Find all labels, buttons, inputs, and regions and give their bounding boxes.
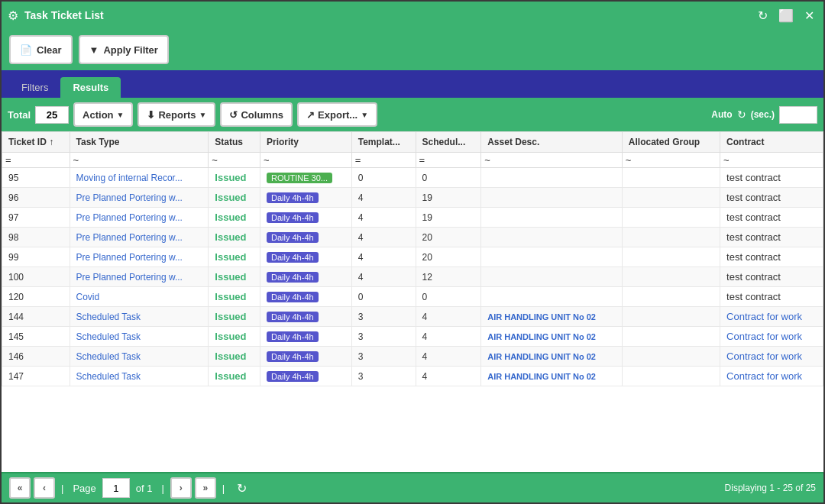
cell-allocated-group	[622, 287, 720, 307]
contract-value: Contract for work	[726, 331, 802, 342]
first-page-button[interactable]: «	[9, 477, 31, 499]
cell-scheduled: 4	[416, 327, 481, 347]
page-sep-right: |	[161, 483, 163, 494]
auto-label: Auto	[711, 109, 732, 120]
priority-badge: Daily 4h-4h	[267, 272, 319, 283]
contract-value: test contract	[726, 212, 781, 223]
col-template: Templat...	[351, 132, 416, 153]
export-label: Export...	[318, 109, 358, 121]
resize-window-button[interactable]: ⬜	[775, 7, 797, 24]
cell-priority: Daily 4h-4h	[260, 287, 352, 307]
cell-contract: test contract	[720, 267, 823, 287]
reports-button[interactable]: ⬇ Reports ▼	[138, 102, 215, 127]
cell-ticket-id: 120	[2, 287, 70, 307]
next-page-button[interactable]: ›	[170, 477, 192, 499]
cell-asset-desc: AIR HANDLING UNIT No 02	[481, 307, 623, 327]
cell-priority: Daily 4h-4h	[260, 208, 352, 228]
priority-badge: ROUTINE 30...	[267, 173, 332, 183]
cell-ticket-id: 98	[2, 228, 70, 247]
cell-priority: Daily 4h-4h	[260, 188, 352, 208]
auto-input[interactable]	[779, 106, 817, 124]
cell-allocated-group	[622, 208, 720, 228]
col-ticket-id[interactable]: Ticket ID ↑	[2, 132, 70, 153]
cell-priority: Daily 4h-4h	[260, 327, 352, 347]
tab-results[interactable]: Results	[60, 77, 121, 98]
cell-asset-desc: AIR HANDLING UNIT No 02	[481, 367, 623, 386]
cell-allocated-group	[622, 367, 720, 386]
filter-icon-ticket: =	[5, 154, 11, 166]
auto-refresh-icon: ↻	[737, 108, 746, 121]
cell-template: 0	[351, 287, 416, 307]
tab-filters[interactable]: Filters	[9, 77, 60, 98]
table-row[interactable]: 146 Scheduled Task Issued Daily 4h-4h 3 …	[2, 347, 823, 367]
action-button[interactable]: Action ▼	[73, 102, 133, 127]
download-icon: ⬇	[147, 109, 155, 121]
cell-template: 4	[351, 208, 416, 228]
table-row[interactable]: 100 Pre Planned Portering w... Issued Da…	[2, 267, 823, 287]
cell-task-type: Scheduled Task	[70, 327, 209, 347]
table-scroll[interactable]: Ticket ID ↑ Task Type Status Priority Te…	[2, 131, 823, 472]
toolbar: 📄 Clear ▼ Apply Filter	[2, 29, 823, 70]
clear-button[interactable]: 📄 Clear	[9, 35, 73, 64]
cell-template: 3	[351, 327, 416, 347]
table-row[interactable]: 98 Pre Planned Portering w... Issued Dai…	[2, 228, 823, 247]
cell-priority: Daily 4h-4h	[260, 267, 352, 287]
table-row[interactable]: 96 Pre Planned Portering w... Issued Dai…	[2, 188, 823, 208]
table-row[interactable]: 144 Scheduled Task Issued Daily 4h-4h 3 …	[2, 307, 823, 327]
columns-button[interactable]: ↺ Columns	[220, 102, 293, 127]
cell-task-type: Pre Planned Portering w...	[70, 228, 209, 247]
cell-task-type: Scheduled Task	[70, 367, 209, 386]
priority-badge: Daily 4h-4h	[267, 192, 319, 203]
cell-priority: Daily 4h-4h	[260, 367, 352, 386]
cell-contract: Contract for work	[720, 347, 823, 367]
cell-template: 4	[351, 267, 416, 287]
contract-value: test contract	[726, 192, 781, 203]
priority-badge: Daily 4h-4h	[267, 371, 319, 382]
prev-page-button[interactable]: ‹	[34, 477, 55, 499]
close-window-button[interactable]: ✕	[801, 7, 817, 24]
export-button[interactable]: ↗ Export... ▼	[297, 102, 377, 127]
clear-label: Clear	[37, 44, 62, 56]
table-row[interactable]: 99 Pre Planned Portering w... Issued Dai…	[2, 247, 823, 267]
cell-priority: Daily 4h-4h	[260, 347, 352, 367]
table-row[interactable]: 120 Covid Issued Daily 4h-4h 0 0 test co…	[2, 287, 823, 307]
asset-value: AIR HANDLING UNIT No 02	[487, 352, 596, 361]
cell-ticket-id: 145	[2, 327, 70, 347]
col-status: Status	[209, 132, 260, 153]
cell-status: Issued	[209, 228, 260, 247]
cell-task-type: Pre Planned Portering w...	[70, 208, 209, 228]
cell-scheduled: 19	[416, 208, 481, 228]
filter-icon-priority: ~	[264, 154, 270, 166]
filter-icon-template: =	[355, 154, 361, 166]
table-row[interactable]: 147 Scheduled Task Issued Daily 4h-4h 3 …	[2, 367, 823, 386]
contract-value: test contract	[726, 291, 781, 302]
contract-value: test contract	[726, 172, 781, 183]
contract-value: Contract for work	[726, 370, 802, 382]
cell-scheduled: 0	[416, 168, 481, 188]
filter-icon-status: ~	[212, 154, 218, 166]
cell-scheduled: 4	[416, 307, 481, 327]
table-area: Ticket ID ↑ Task Type Status Priority Te…	[2, 131, 823, 472]
filter-icon-scheduled: =	[419, 154, 425, 166]
cell-priority: ROUTINE 30...	[260, 168, 352, 188]
auto-sec-label: (sec.)	[751, 109, 775, 120]
window-controls: ↻ ⬜ ✕	[755, 7, 817, 24]
table-row[interactable]: 95 Moving of internal Recor... Issued RO…	[2, 168, 823, 188]
reports-label: Reports	[158, 109, 196, 121]
cell-task-type: Pre Planned Portering w...	[70, 267, 209, 287]
priority-badge: Daily 4h-4h	[267, 351, 319, 362]
cell-task-type: Moving of internal Recor...	[70, 168, 209, 188]
refresh-window-button[interactable]: ↻	[755, 7, 771, 24]
table-row[interactable]: 145 Scheduled Task Issued Daily 4h-4h 3 …	[2, 327, 823, 347]
page-input[interactable]	[102, 478, 130, 498]
cell-asset-desc	[481, 168, 623, 188]
cell-task-type: Scheduled Task	[70, 307, 209, 327]
last-page-button[interactable]: »	[195, 477, 216, 499]
refresh-table-button[interactable]: ↻	[237, 481, 247, 496]
cell-allocated-group	[622, 347, 720, 367]
apply-filter-button[interactable]: ▼ Apply Filter	[79, 35, 169, 64]
table-row[interactable]: 97 Pre Planned Portering w... Issued Dai…	[2, 208, 823, 228]
cell-status: Issued	[209, 267, 260, 287]
cell-scheduled: 19	[416, 188, 481, 208]
cell-status: Issued	[209, 347, 260, 367]
